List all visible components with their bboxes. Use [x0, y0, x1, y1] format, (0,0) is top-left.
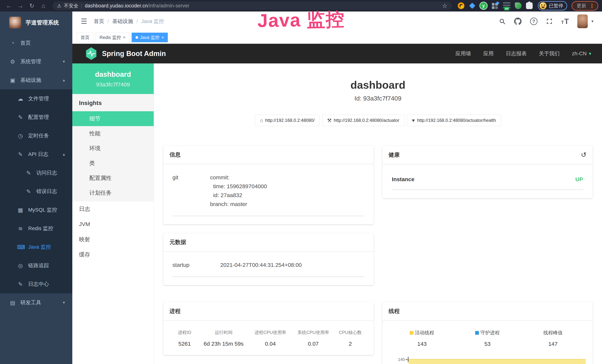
- list-extension-icon[interactable]: on: [503, 2, 510, 9]
- bookmark-star-icon[interactable]: ☆: [442, 2, 447, 9]
- url-bar[interactable]: ⚠ 不安全 | dashboard.yudao.iocoder.cn/infra…: [53, 1, 452, 10]
- sba-menu-item-environment[interactable]: 环境: [72, 141, 154, 156]
- sba-nav-wallboard[interactable]: 应用墙: [456, 50, 471, 57]
- close-icon[interactable]: ×: [161, 35, 164, 40]
- instance-name: dashboard: [74, 70, 152, 78]
- sidebar-item-error-logs[interactable]: ✎ 错误日志: [0, 182, 72, 201]
- chevron-down-icon: ▾: [63, 59, 65, 64]
- security-label[interactable]: 不安全: [64, 3, 78, 9]
- health-row-instance[interactable]: Instance UP: [389, 176, 586, 182]
- sba-menu-item-performance[interactable]: 性能: [72, 126, 154, 141]
- sba-instance-header[interactable]: dashboard 93a3fc7f7409: [72, 64, 154, 94]
- sidebar-item-infrastructure[interactable]: ▣ 基础设施 ▴: [0, 71, 72, 89]
- green-y-extension-icon[interactable]: y: [480, 2, 487, 9]
- sba-menu-item-caches[interactable]: 缓存: [72, 247, 154, 262]
- sidebar-item-java-monitor[interactable]: ⌨ Java 监控: [0, 238, 72, 256]
- sba-menu-item-details[interactable]: 细节: [72, 111, 154, 126]
- breadcrumb-infrastructure[interactable]: 基础设施: [112, 18, 133, 25]
- threads-card-body: 活动线程 143 守护进程: [382, 321, 593, 364]
- sba-nav-journal[interactable]: 日志报表: [506, 50, 527, 57]
- sidebar-item-config-management[interactable]: ✎ 配置管理: [0, 108, 72, 127]
- github-icon[interactable]: [514, 18, 522, 25]
- chart-y-axis: 140 120 100: [389, 357, 408, 364]
- font-size-icon[interactable]: TT: [561, 18, 569, 25]
- database-icon: ▦: [17, 207, 24, 213]
- sidebar-item-scheduled-jobs[interactable]: ◷ 定时任务: [0, 127, 72, 145]
- sba-brand-label: Spring Boot Admin: [102, 50, 166, 58]
- legend-value: 147: [520, 341, 586, 347]
- emoji-face-icon: [539, 2, 547, 9]
- close-icon[interactable]: ×: [123, 35, 126, 40]
- sidebar-item-mysql-monitor[interactable]: ▦ MySQL 监控: [0, 201, 72, 219]
- forward-icon[interactable]: →: [15, 2, 26, 9]
- browser-menu-icon[interactable]: ⋮: [589, 3, 595, 9]
- sba-nav-applications[interactable]: 应用: [483, 50, 494, 57]
- sba-brand[interactable]: Spring Boot Admin: [85, 47, 166, 60]
- leaf-extension-icon[interactable]: [515, 2, 522, 9]
- home-icon[interactable]: ⌂: [38, 2, 49, 9]
- cell-value: 0.04: [249, 341, 292, 347]
- breadcrumb-home[interactable]: 首页: [94, 18, 104, 25]
- sidebar-item-redis-monitor[interactable]: ≋ Redis 监控: [0, 219, 72, 238]
- blue-pin-extension-icon[interactable]: [469, 2, 475, 9]
- warning-icon: ⚠: [57, 3, 61, 9]
- update-button[interactable]: 更新 ⋮: [572, 1, 598, 11]
- sidebar-item-system-management[interactable]: ⚙ 系统管理 ▾: [0, 52, 72, 71]
- sba-nav: 应用墙 应用 日志报表 关于我们 zh-CN ▾: [456, 50, 591, 57]
- sidebar-item-access-logs[interactable]: ✎ 访问日志: [0, 163, 72, 182]
- reload-icon[interactable]: ↻: [27, 2, 37, 9]
- on-badge: on: [504, 7, 509, 11]
- help-icon[interactable]: ?: [530, 18, 538, 25]
- process-col-process-cpu: 进程CPU使用率 0.04: [249, 330, 292, 347]
- language-selector[interactable]: zh-CN ▾: [572, 51, 591, 57]
- legend-peak-threads: 线程峰值 147: [520, 330, 586, 347]
- tag-home[interactable]: 首页: [77, 33, 93, 42]
- sidebar-item-label: 基础设施: [20, 76, 41, 84]
- grid-extension-icon[interactable]: [492, 2, 499, 9]
- service-url-chip[interactable]: ⌂ http://192.168.0.2:48080/: [255, 115, 320, 126]
- sba-menu-item-scheduled-tasks[interactable]: 计划任务: [72, 185, 154, 200]
- sba-menu-item-jvm[interactable]: JVM: [72, 217, 154, 232]
- fullscreen-icon[interactable]: [546, 18, 553, 25]
- chevron-up-icon: ▴: [63, 152, 65, 157]
- sba-menu-item-logs[interactable]: 日志: [72, 201, 154, 217]
- tag-java-monitor[interactable]: Java 监控 ×: [132, 33, 168, 42]
- app-logo[interactable]: 芋道管理系统: [0, 11, 72, 34]
- process-card: 进程 进程ID 5261 运行时间: [163, 302, 374, 355]
- actuator-url-chip[interactable]: ⚒ http://192.168.0.2:48080/actuator: [322, 115, 404, 126]
- sba-menu-item-classes[interactable]: 类: [72, 156, 154, 171]
- sba-nav-about[interactable]: 关于我们: [539, 50, 560, 57]
- sidebar-item-label: 错误日志: [36, 188, 57, 195]
- breadcrumb-current: Java 监控: [141, 18, 164, 25]
- search-icon[interactable]: [499, 18, 505, 25]
- sba-menu-item-config-props[interactable]: 配置属性: [72, 171, 154, 185]
- sba-sidebar: dashboard 93a3fc7f7409 Insights 细节 性能 环境…: [72, 64, 154, 364]
- sidebar-item-dashboard[interactable]: ◔ 首页: [0, 34, 72, 52]
- card-title: 进程: [170, 307, 181, 315]
- tag-redis-monitor[interactable]: Redis 监控 ×: [96, 33, 129, 42]
- process-col-cpus: CPU核心数 2: [335, 330, 366, 347]
- metadata-row-startup: startup 2021-04-27T00:44:31.254+08:00: [170, 260, 367, 269]
- avatar-caret-icon[interactable]: ▾: [591, 19, 593, 24]
- sidebar-item-file-management[interactable]: ☁ 文件管理: [0, 89, 72, 108]
- hamburger-icon[interactable]: ☰: [81, 17, 87, 25]
- history-icon[interactable]: ↺: [581, 151, 586, 159]
- sidebar-item-label: 首页: [20, 40, 31, 47]
- extension-toolbar: y on: [458, 2, 533, 9]
- puzzle-extension-icon[interactable]: [526, 2, 533, 9]
- avatar[interactable]: [577, 14, 588, 28]
- sidebar-item-log-center[interactable]: ✎ 日志中心: [0, 275, 72, 293]
- orange-ring-extension-icon[interactable]: [458, 2, 464, 9]
- back-icon[interactable]: ←: [4, 2, 14, 9]
- sba-menu-item-mappings[interactable]: 映射: [72, 232, 154, 247]
- briefcase-icon: ▤: [9, 300, 16, 306]
- sidebar-item-dev-tools[interactable]: ▤ 研发工具 ▾: [0, 293, 72, 312]
- sidebar-item-api-logs[interactable]: ✎ API 日志 ▴: [0, 145, 72, 163]
- paused-extension-badge[interactable]: 已暂停: [538, 1, 567, 11]
- sba-navbar: Spring Boot Admin 应用墙 应用 日志报表 关于我们 zh-CN…: [72, 44, 602, 64]
- timer-icon: ◷: [17, 133, 24, 139]
- sidebar-item-tracing[interactable]: ◎ 链路追踪: [0, 256, 72, 275]
- health-url-chip[interactable]: ♥ http://192.168.0.2:48080/actuator/heal…: [407, 115, 501, 126]
- y-tick: 140: [389, 357, 408, 364]
- legend-value: 53: [455, 341, 520, 347]
